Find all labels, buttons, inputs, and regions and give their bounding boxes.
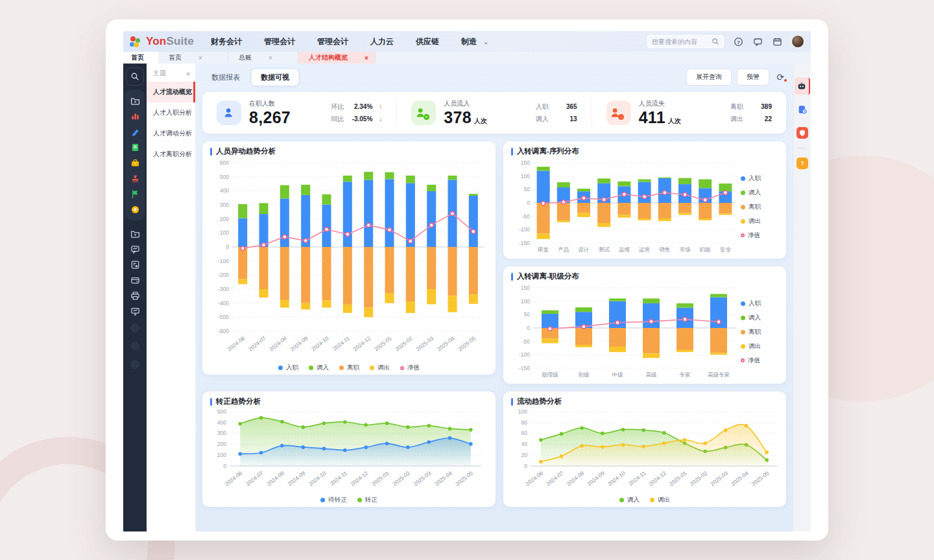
sidebar-title: 主题 [153, 69, 166, 78]
chat-report-icon[interactable] [126, 241, 143, 257]
bar-chart-app-icon[interactable] [126, 108, 143, 124]
legend-label: 入职 [748, 299, 761, 308]
tab-home-pinned[interactable]: 首页 [123, 52, 158, 64]
svg-text:2025-05: 2025-05 [454, 470, 474, 487]
help-icon[interactable]: ? [795, 155, 810, 172]
stamp-app-icon[interactable] [126, 170, 143, 186]
svg-text:设计: 设计 [579, 246, 590, 253]
chart-card-regularization-trend: 转正趋势分析 01002003004005002024-062024-07202… [202, 391, 496, 507]
net-value-ring-icon [741, 233, 745, 237]
legend-item[interactable]: 离职 [741, 328, 773, 336]
legend-item[interactable]: 入职 [741, 299, 773, 308]
legend-item[interactable]: 离职 [339, 364, 359, 372]
global-search[interactable] [647, 35, 724, 48]
svg-text:专家: 专家 [680, 371, 691, 378]
menu-item-3[interactable]: 人力云 [370, 36, 394, 47]
menu-item-5[interactable]: 制造 [461, 36, 477, 47]
metric-value: 22 [750, 115, 772, 122]
badge-app-icon[interactable] [126, 202, 143, 217]
legend-item[interactable]: 调入 [309, 364, 329, 372]
chart-title: 入转调离-职级分布 [517, 272, 579, 281]
svg-text:高级: 高级 [646, 371, 658, 378]
svg-text:2024-10: 2024-10 [307, 470, 328, 487]
kpi-1: +人员流入378人次入职365调入13 [396, 99, 591, 127]
design-app-icon[interactable] [126, 124, 143, 139]
note-app-icon[interactable] [126, 139, 143, 155]
svg-text:0: 0 [524, 463, 527, 469]
view-tab-visual[interactable]: 数据可视 [252, 69, 298, 86]
close-tab-icon[interactable]: × [198, 54, 202, 62]
legend-item[interactable]: 调出 [370, 364, 390, 372]
legend-item[interactable]: 调出 [741, 342, 773, 351]
svg-text:-100: -100 [519, 351, 530, 358]
legend-item[interactable]: 离职 [741, 203, 773, 211]
menu-item-1[interactable]: 管理会计 [264, 36, 295, 47]
expand-query-button[interactable]: 展开查询 [686, 69, 732, 86]
sidebar-item-1[interactable]: 人才入职分析 [147, 102, 195, 123]
svg-text:2024-06: 2024-06 [524, 470, 544, 487]
user-avatar[interactable] [791, 35, 804, 48]
svg-text:产品: 产品 [558, 246, 569, 253]
legend-item[interactable]: 净值 [400, 364, 420, 372]
service-icon[interactable] [795, 124, 810, 141]
favorite-folder-icon[interactable] [126, 93, 143, 108]
briefcase-app-icon[interactable] [126, 155, 143, 170]
legend-item[interactable]: 入职 [278, 364, 298, 372]
folder-icon[interactable] [126, 226, 143, 241]
workspace-tab-0[interactable]: 首页× [158, 52, 228, 64]
workspace-tab-2[interactable]: 人才结构概览× [298, 52, 376, 64]
legend-item[interactable]: 调出 [741, 217, 773, 226]
menu-item-0[interactable]: 财务会计 [211, 36, 242, 47]
sidebar-item-0[interactable]: 人才流动概览 [147, 82, 195, 102]
flag-app-icon[interactable] [126, 186, 143, 202]
legend-item[interactable]: 转正 [357, 496, 377, 504]
legend-item[interactable]: 净值 [741, 231, 773, 240]
sidebar-item-2[interactable]: 人才调动分析 [147, 123, 195, 144]
svg-text:-300: -300 [218, 286, 229, 292]
refresh-icon[interactable]: ⟳ [774, 72, 786, 82]
doc-history-icon[interactable] [795, 101, 810, 118]
net-value-ring-icon [400, 366, 404, 370]
legend-item[interactable]: 调入 [741, 314, 773, 322]
menu-item-4[interactable]: 供应链 [416, 36, 439, 47]
legend-item[interactable]: 净值 [741, 356, 773, 365]
printer-icon[interactable] [126, 288, 143, 303]
series-dot-icon [741, 301, 745, 306]
people-count-icon [217, 100, 241, 125]
svg-text:2025-03: 2025-03 [415, 335, 435, 353]
legend-item[interactable]: 待转正 [320, 496, 347, 504]
legend-item[interactable]: 调入 [619, 496, 640, 504]
menu-item-2[interactable]: 管理会计 [317, 36, 348, 47]
chevron-down-icon[interactable]: ⌄ [483, 38, 488, 45]
monitor-chat-icon[interactable] [126, 303, 143, 319]
collapse-sidebar-icon[interactable]: « [186, 69, 190, 77]
feedback-icon[interactable] [752, 36, 763, 47]
legend-item[interactable]: 调入 [741, 189, 773, 197]
search-icon[interactable] [126, 67, 144, 86]
help-circle-icon[interactable]: ? [733, 36, 743, 47]
svg-text:2025-02: 2025-02 [394, 335, 414, 353]
search-icon[interactable] [712, 36, 719, 47]
assistant-robot-icon[interactable] [795, 78, 810, 95]
svg-text:2025-02: 2025-02 [689, 470, 709, 487]
svg-text:400: 400 [220, 187, 229, 194]
user-document-icon[interactable] [126, 257, 143, 272]
workspace-tab-1[interactable]: 总账× [228, 52, 298, 64]
sidebar-item-3[interactable]: 人才离职分析 [147, 144, 195, 165]
close-tab-icon[interactable]: × [269, 54, 272, 62]
legend-item[interactable]: 入职 [741, 174, 773, 183]
yonsuite-logo[interactable]: YonSuite [130, 35, 194, 48]
svg-text:100: 100 [521, 298, 530, 305]
view-tab-report[interactable]: 数据报表 [202, 69, 249, 86]
svg-text:150: 150 [521, 285, 530, 291]
svg-text:2025-04: 2025-04 [433, 470, 453, 487]
kpi-unit: 人次 [474, 117, 488, 124]
metric-value: 2.34% [350, 103, 372, 110]
legend-item[interactable]: 调出 [650, 496, 670, 504]
arrow-down-icon: ↓ [379, 115, 382, 122]
wallet-icon[interactable] [126, 272, 143, 288]
close-tab-icon[interactable]: × [365, 54, 368, 62]
calendar-icon[interactable] [772, 36, 782, 47]
alert-button[interactable]: 预警 [737, 69, 769, 86]
search-input[interactable] [652, 38, 712, 45]
